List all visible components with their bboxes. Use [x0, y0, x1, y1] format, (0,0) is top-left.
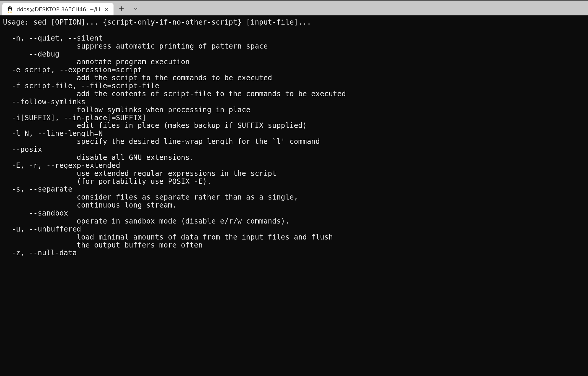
svg-point-4: [9, 8, 9, 8]
svg-point-5: [10, 8, 11, 8]
tab-close-button[interactable]: [103, 6, 110, 12]
tab-title: ddos@DESKTOP-8AECH46: ~/LI: [17, 6, 100, 12]
tab-bar: ddos@DESKTOP-8AECH46: ~/LI: [0, 1, 588, 15]
svg-point-8: [10, 12, 12, 12]
plus-icon: [119, 6, 124, 12]
chevron-down-icon: [133, 6, 138, 12]
close-icon: [105, 6, 108, 12]
terminal-output[interactable]: Usage: sed [OPTION]... {script-only-if-n…: [0, 15, 588, 376]
svg-point-7: [8, 12, 10, 12]
tux-icon: [6, 5, 14, 13]
new-tab-button[interactable]: [115, 3, 128, 15]
tab-dropdown-button[interactable]: [130, 3, 142, 15]
tab-active[interactable]: ddos@DESKTOP-8AECH46: ~/LI: [2, 3, 114, 15]
